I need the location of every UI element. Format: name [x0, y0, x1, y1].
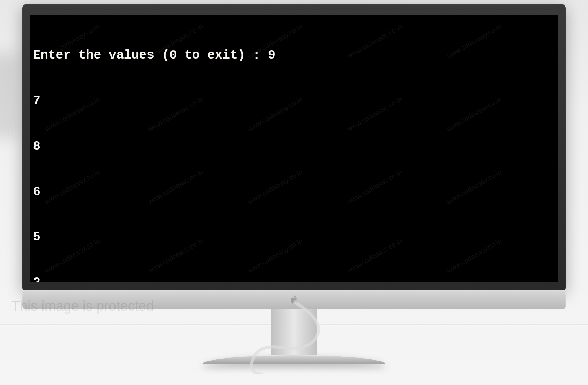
terminal-screen[interactable]: Enter the values (0 to exit) : 9 7 8 6 5… [30, 15, 558, 282]
terminal-output: Enter the values (0 to exit) : 9 7 8 6 5… [33, 18, 555, 282]
terminal-input-line: 6 [33, 184, 555, 200]
terminal-prompt-line: Enter the values (0 to exit) : 9 [33, 48, 555, 63]
terminal-input-line: 5 [33, 230, 555, 245]
monitor-bezel: Enter the values (0 to exit) : 9 7 8 6 5… [22, 4, 566, 290]
apple-logo-icon [290, 295, 298, 305]
monitor-stand-base [202, 355, 386, 364]
terminal-input-line: 8 [33, 139, 555, 154]
terminal-input-line: 7 [33, 93, 555, 109]
protected-watermark: This image is protected [11, 298, 154, 314]
terminal-input-line: 2 [33, 275, 555, 282]
monitor-stand-neck [271, 309, 317, 355]
background-blur [0, 54, 19, 138]
